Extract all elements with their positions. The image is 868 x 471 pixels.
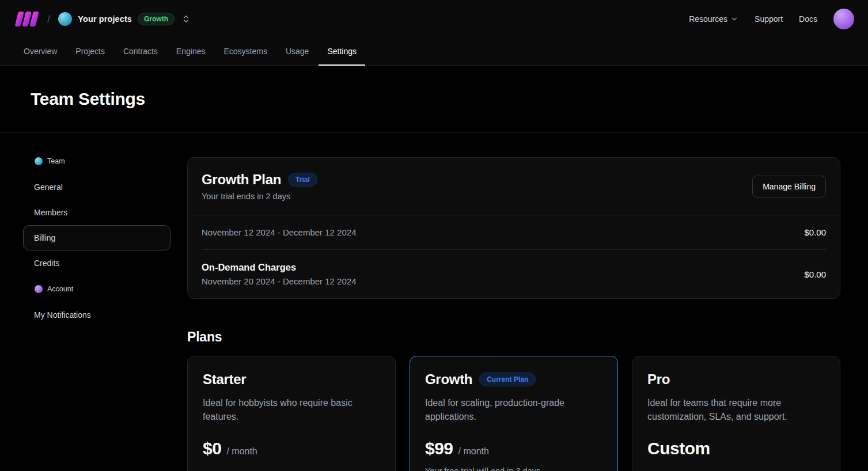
plan-card-pro[interactable]: Pro Ideal for teams that require more cu…: [632, 356, 840, 471]
starter-plan-price: $0: [203, 439, 221, 458]
manage-billing-button[interactable]: Manage Billing: [752, 176, 826, 197]
current-plan-title: Growth Plan: [202, 172, 281, 188]
on-demand-charges-period: November 20 2024 - December 12 2024: [202, 276, 357, 286]
account-avatar-dot: [35, 285, 43, 293]
pro-plan-description: Ideal for teams that require more custom…: [647, 396, 825, 424]
plans-section-title: Plans: [187, 329, 840, 345]
nav-docs[interactable]: Docs: [799, 14, 817, 24]
plan-grid: Starter Ideal for hobbyists who require …: [187, 356, 840, 471]
billing-period-amount: $0.00: [804, 227, 826, 237]
team-plan-badge: Growth: [138, 13, 175, 25]
starter-plan-name: Starter: [203, 371, 246, 388]
tab-overview[interactable]: Overview: [15, 38, 66, 66]
settings-sidebar: Team General Members Billing Credits Acc…: [23, 157, 170, 471]
sidebar-item-credits[interactable]: Credits: [23, 250, 170, 276]
starter-plan-description: Ideal for hobbyists who require basic fe…: [203, 396, 380, 424]
on-demand-charges-amount: $0.00: [804, 269, 826, 279]
trial-ends-text: Your trial ends in 2 days: [202, 192, 317, 201]
growth-plan-price: $99: [425, 439, 453, 458]
nav-support[interactable]: Support: [755, 14, 783, 24]
nav-resources[interactable]: Resources: [689, 14, 738, 24]
team-name: Your projects: [78, 14, 132, 24]
sidebar-group-account-label: Account: [47, 285, 73, 293]
chevron-down-icon: [730, 15, 738, 23]
tab-settings[interactable]: Settings: [319, 38, 365, 66]
user-avatar[interactable]: [833, 9, 854, 29]
on-demand-charges-title: On-Demand Charges: [202, 262, 357, 273]
tab-usage[interactable]: Usage: [277, 38, 317, 66]
sidebar-group-account: Account: [23, 285, 170, 293]
thirdweb-logo-icon[interactable]: [14, 10, 39, 28]
page-header: Team Settings: [0, 66, 868, 133]
page-title: Team Settings: [31, 89, 145, 109]
sidebar-item-members[interactable]: Members: [23, 200, 170, 225]
tab-contracts[interactable]: Contracts: [115, 38, 166, 66]
plan-card-growth[interactable]: Growth Current Plan Ideal for scaling, p…: [410, 356, 618, 471]
team-avatar-dot: [35, 157, 43, 165]
plan-card-starter[interactable]: Starter Ideal for hobbyists who require …: [187, 356, 396, 471]
growth-plan-trial-note: Your free trial will end in 3 days.: [425, 466, 602, 471]
nav-resources-label: Resources: [689, 14, 727, 24]
billing-period: November 12 2024 - December 12 2024: [202, 227, 357, 237]
growth-plan-name: Growth: [425, 371, 472, 388]
sidebar-group-team: Team: [23, 157, 170, 165]
breadcrumb-separator: /: [47, 13, 50, 25]
starter-plan-period: / month: [226, 446, 257, 457]
growth-plan-period: / month: [458, 446, 489, 457]
team-switcher[interactable]: Your projects Growth: [58, 12, 191, 26]
sidebar-item-billing[interactable]: Billing: [23, 225, 170, 250]
chevrons-up-down-icon[interactable]: [181, 14, 191, 24]
current-plan-badge: Current Plan: [479, 373, 536, 386]
pro-plan-name: Pro: [647, 371, 670, 388]
trial-badge: Trial: [288, 173, 317, 187]
app-window: / Your projects Growth Resources: [0, 0, 868, 471]
sidebar-item-my-notifications[interactable]: My Notifications: [23, 302, 170, 328]
billing-period-row: November 12 2024 - December 12 2024 $0.0…: [188, 215, 840, 249]
on-demand-charges-row: On-Demand Charges November 20 2024 - Dec…: [188, 250, 840, 298]
main-tab-bar: Overview Projects Contracts Engines Ecos…: [0, 38, 868, 65]
top-header: / Your projects Growth Resources: [0, 0, 868, 66]
team-avatar: [58, 12, 72, 26]
pro-plan-price: Custom: [647, 439, 710, 458]
sidebar-group-team-label: Team: [47, 157, 65, 165]
tab-projects[interactable]: Projects: [67, 38, 113, 66]
tab-engines[interactable]: Engines: [168, 38, 214, 66]
billing-summary-card: Growth Plan Trial Your trial ends in 2 d…: [187, 157, 840, 299]
tab-ecosystems[interactable]: Ecosystems: [215, 38, 275, 66]
growth-plan-description: Ideal for scaling, production-grade appl…: [425, 396, 602, 424]
sidebar-item-general[interactable]: General: [23, 174, 170, 200]
